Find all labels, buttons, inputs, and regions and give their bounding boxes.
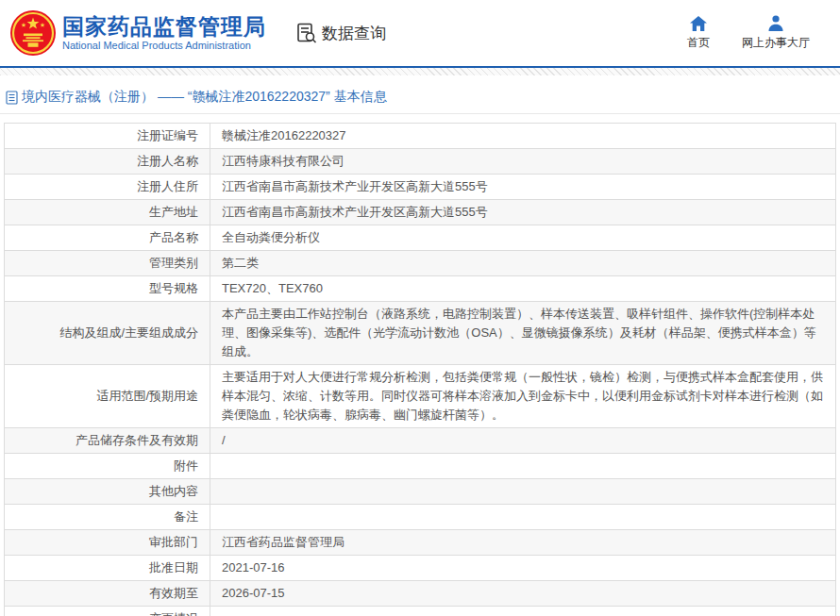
- row-value: 全自动粪便分析仪: [210, 225, 836, 251]
- row-label: 批准日期: [5, 556, 210, 581]
- table-row: 变更情况: [5, 607, 836, 616]
- row-value: 本产品主要由工作站控制台（液路系统，电路控制装置）、样本传送装置、吸样针组件、操…: [210, 302, 836, 365]
- row-label: 生产地址: [5, 200, 210, 225]
- table-row: 批准日期2021-07-16: [5, 556, 836, 581]
- row-value: 江西省药品监督管理局: [210, 530, 836, 556]
- row-label: 注册人名称: [5, 149, 210, 175]
- registration-info-section: 注册证编号赣械注准20162220327注册人名称江西特康科技有限公司注册人住所…: [4, 123, 836, 616]
- nav-service-hall[interactable]: 网上办事大厅: [742, 15, 810, 51]
- org-titles: 国家药品监督管理局 National Medical Products Admi…: [62, 14, 266, 53]
- site-header: 国家药品监督管理局 National Medical Products Admi…: [0, 0, 840, 66]
- table-row: 注册证编号赣械注准20162220327: [5, 124, 836, 149]
- nav-home[interactable]: 首页: [687, 16, 710, 51]
- table-row: 生产地址江西省南昌市高新技术产业开发区高新大道555号: [5, 200, 836, 225]
- row-value: [210, 454, 836, 479]
- data-query-icon: [296, 23, 317, 43]
- row-label: 型号规格: [5, 276, 210, 302]
- row-value: 赣械注准20162220327: [210, 124, 836, 149]
- row-value: 江西省南昌市高新技术产业开发区高新大道555号: [210, 200, 836, 225]
- data-query-title: 数据查询: [296, 23, 386, 44]
- nav-home-label: 首页: [687, 35, 710, 51]
- row-label: 管理类别: [5, 251, 210, 276]
- table-row: 审批部门江西省药品监督管理局: [5, 530, 836, 556]
- row-label: 结构及组成/主要组成成分: [5, 302, 210, 365]
- row-label: 审批部门: [5, 530, 210, 556]
- home-icon: [690, 16, 707, 31]
- person-icon: [767, 15, 784, 31]
- row-label: 产品储存条件及有效期: [5, 428, 210, 454]
- info-table: 注册证编号赣械注准20162220327注册人名称江西特康科技有限公司注册人住所…: [4, 123, 836, 616]
- row-label: 有效期至: [5, 581, 210, 607]
- table-row: 备注: [5, 505, 836, 530]
- table-row: 其他内容: [5, 479, 836, 505]
- nmpa-logo-group: 国家药品监督管理局 National Medical Products Admi…: [9, 9, 266, 57]
- breadcrumb-divider: [0, 113, 840, 114]
- header-nav: 首页 网上办事大厅: [687, 15, 810, 51]
- row-value: /: [210, 428, 836, 454]
- row-label: 注册人住所: [5, 175, 210, 200]
- breadcrumb-text: 境内医疗器械（注册） —— “赣械注准20162220327” 基本信息: [22, 89, 387, 106]
- org-name-cn: 国家药品监督管理局: [62, 14, 266, 39]
- row-label: 注册证编号: [5, 124, 210, 149]
- row-label: 适用范围/预期用途: [5, 365, 210, 428]
- row-label: 变更情况: [5, 607, 210, 616]
- row-value: 江西特康科技有限公司: [210, 149, 836, 175]
- table-row: 附件: [5, 454, 836, 479]
- national-emblem-icon: [9, 9, 57, 57]
- row-value: 江西省南昌市高新技术产业开发区高新大道555号: [210, 175, 836, 200]
- table-row: 型号规格TEX720、TEX760: [5, 276, 836, 302]
- table-row: 产品储存条件及有效期/: [5, 428, 836, 454]
- data-query-label: 数据查询: [322, 23, 386, 44]
- table-row: 适用范围/预期用途主要适用于对人大便进行常规分析检测，包括粪便常规（一般性状，镜…: [5, 365, 836, 428]
- row-value: 2021-07-16: [210, 556, 836, 581]
- row-value: [210, 607, 836, 616]
- table-row: 注册人住所江西省南昌市高新技术产业开发区高新大道555号: [5, 175, 836, 200]
- row-value: 2026-07-15: [210, 581, 836, 607]
- org-name-en: National Medical Products Administration: [62, 39, 266, 53]
- row-label: 其他内容: [5, 479, 210, 505]
- row-label: 备注: [5, 505, 210, 530]
- row-value: TEX720、TEX760: [210, 276, 836, 302]
- document-icon: [6, 91, 18, 105]
- table-row: 注册人名称江西特康科技有限公司: [5, 149, 836, 175]
- row-value: [210, 505, 836, 530]
- table-row: 产品名称全自动粪便分析仪: [5, 225, 836, 251]
- table-row: 结构及组成/主要组成成分本产品主要由工作站控制台（液路系统，电路控制装置）、样本…: [5, 302, 836, 365]
- info-table-body: 注册证编号赣械注准20162220327注册人名称江西特康科技有限公司注册人住所…: [5, 124, 836, 616]
- row-value: [210, 479, 836, 505]
- row-value: 主要适用于对人大便进行常规分析检测，包括粪便常规（一般性状，镜检）检测，与便携式…: [210, 365, 836, 428]
- row-label: 产品名称: [5, 225, 210, 251]
- table-row: 有效期至2026-07-15: [5, 581, 836, 607]
- table-row: 管理类别第二类: [5, 251, 836, 276]
- row-value: 第二类: [210, 251, 836, 276]
- nav-service-hall-label: 网上办事大厅: [742, 35, 810, 51]
- breadcrumb: 境内医疗器械（注册） —— “赣械注准20162220327” 基本信息: [0, 75, 840, 113]
- hatch-stripe-band: [0, 68, 840, 75]
- row-label: 附件: [5, 454, 210, 479]
